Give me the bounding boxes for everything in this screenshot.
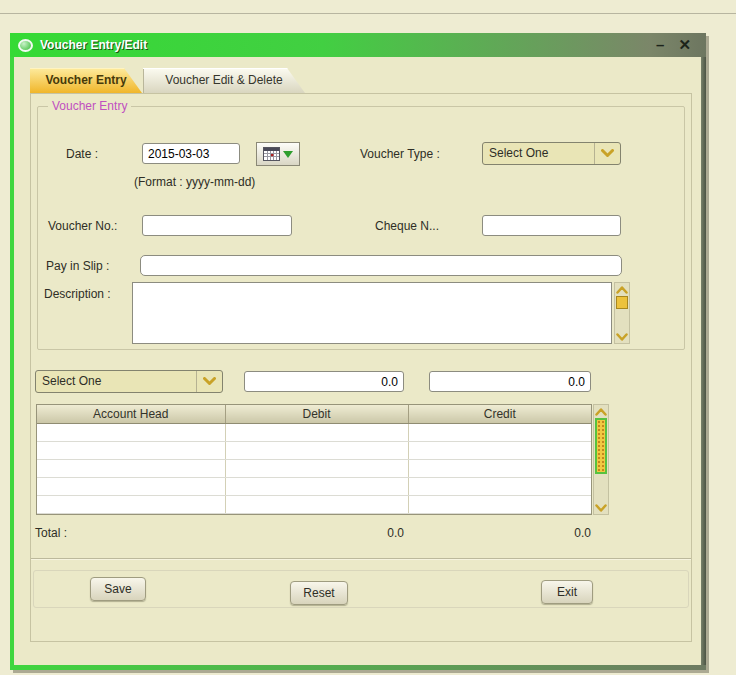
window-content: Voucher Entry Voucher Edit & Delete Vouc… (14, 57, 701, 665)
table-cell[interactable] (408, 477, 591, 495)
date-input[interactable] (142, 143, 240, 164)
table-cell[interactable] (225, 459, 408, 477)
chevron-down-icon (594, 143, 620, 164)
scroll-up-icon[interactable] (615, 283, 629, 296)
table-cell[interactable] (408, 441, 591, 459)
table-row[interactable] (37, 477, 591, 495)
window-border-bottom (10, 665, 706, 670)
table-row[interactable] (37, 495, 591, 513)
total-debit-value: 0.0 (244, 526, 404, 540)
credit-amount-input[interactable] (429, 371, 591, 392)
desktop: Voucher Entry/Edit – ✕ Voucher Entry Vou… (0, 0, 736, 675)
scroll-up-icon[interactable] (594, 405, 608, 418)
table-cell[interactable] (408, 459, 591, 477)
divider (31, 558, 691, 560)
table-cell[interactable] (37, 423, 225, 441)
calendar-icon (263, 147, 280, 161)
column-header-debit[interactable]: Debit (225, 405, 408, 423)
table-cell[interactable] (37, 441, 225, 459)
description-label: Description : (44, 287, 111, 301)
scroll-down-icon[interactable] (594, 501, 608, 514)
table-cell[interactable] (37, 477, 225, 495)
close-button[interactable]: ✕ (671, 33, 698, 57)
voucher-lines-table: Account Head Debit Credit (36, 404, 592, 515)
groupbox-title: Voucher Entry (48, 99, 131, 113)
table-cell[interactable] (225, 477, 408, 495)
button-panel: Save Reset Exit (33, 570, 689, 608)
table-cell[interactable] (225, 423, 408, 441)
exit-button[interactable]: Exit (541, 580, 593, 604)
table-cell[interactable] (37, 459, 225, 477)
tab-voucher-entry[interactable]: Voucher Entry (30, 68, 142, 93)
total-label: Total : (35, 526, 67, 540)
voucher-type-selected-value: Select One (483, 143, 594, 164)
window-icon (18, 39, 33, 52)
save-button[interactable]: Save (90, 577, 146, 601)
total-credit-value: 0.0 (429, 526, 591, 540)
description-textarea[interactable] (132, 282, 612, 344)
cheque-no-label: Cheque N... (375, 219, 439, 233)
table-header-row: Account Head Debit Credit (37, 405, 591, 423)
date-label: Date : (66, 147, 98, 161)
tab-voucher-edit-delete[interactable]: Voucher Edit & Delete (143, 68, 305, 93)
scrollbar-thumb[interactable] (595, 418, 607, 474)
account-head-selected-value: Select One (36, 371, 196, 392)
table-cell[interactable] (37, 495, 225, 513)
minimize-button[interactable]: – (649, 33, 671, 57)
column-header-account-head[interactable]: Account Head (37, 405, 225, 423)
window-border-right (701, 57, 706, 670)
scroll-down-icon[interactable] (615, 330, 629, 343)
reset-button[interactable]: Reset (290, 581, 348, 605)
calendar-dropdown-arrow-icon (283, 151, 293, 158)
scrollbar-thumb[interactable] (616, 296, 628, 309)
description-scrollbar[interactable] (614, 282, 630, 344)
date-format-hint: (Format : yyyy-mm-dd) (134, 175, 255, 189)
voucher-no-label: Voucher No.: (48, 219, 117, 233)
table-cell[interactable] (408, 495, 591, 513)
voucher-entry-panel: Voucher Entry Date : (30, 93, 692, 642)
table-row[interactable] (37, 441, 591, 459)
window-title: Voucher Entry/Edit (40, 38, 649, 52)
voucher-window: Voucher Entry/Edit – ✕ Voucher Entry Vou… (10, 33, 706, 670)
voucher-type-label: Voucher Type : (360, 147, 440, 161)
column-header-credit[interactable]: Credit (408, 405, 591, 423)
pay-in-slip-input[interactable] (140, 255, 622, 276)
voucher-no-input[interactable] (142, 215, 292, 236)
table-scrollbar[interactable] (593, 404, 609, 515)
table-cell[interactable] (225, 495, 408, 513)
debit-amount-input[interactable] (244, 371, 404, 392)
account-head-select[interactable]: Select One (35, 370, 223, 393)
desktop-divider-line (0, 13, 736, 14)
chevron-down-icon (196, 371, 222, 392)
voucher-type-select[interactable]: Select One (482, 142, 621, 165)
titlebar[interactable]: Voucher Entry/Edit – ✕ (10, 33, 706, 57)
table-row[interactable] (37, 459, 591, 477)
pay-in-slip-label: Pay in Slip : (46, 259, 109, 273)
cheque-no-input[interactable] (482, 215, 621, 236)
table-row[interactable] (37, 423, 591, 441)
table-cell[interactable] (408, 423, 591, 441)
table-cell[interactable] (225, 441, 408, 459)
calendar-button[interactable] (256, 142, 300, 166)
voucher-entry-groupbox: Voucher Entry Date : (37, 106, 685, 350)
window-border-left (10, 57, 14, 670)
